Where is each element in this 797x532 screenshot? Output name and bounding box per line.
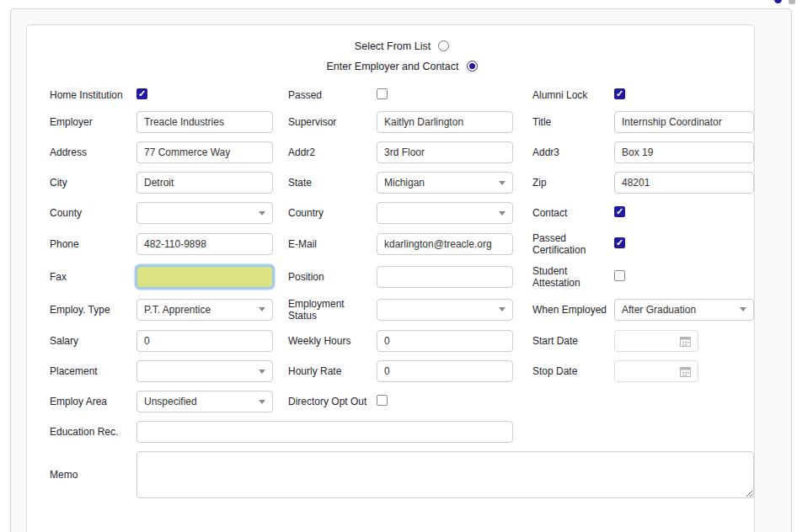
position-input[interactable] [377, 266, 513, 288]
placement-label: Placement [50, 365, 136, 377]
salary-label: Salary [50, 335, 136, 347]
supervisor-input[interactable] [377, 111, 513, 133]
employ-type-select[interactable]: P.T. Apprentice [136, 299, 273, 321]
employ-type-select-value: P.T. Apprentice [144, 304, 211, 316]
email-label: E-Mail [288, 238, 377, 250]
radio-label: Enter Employer and Contact [326, 61, 458, 72]
city-input[interactable] [136, 172, 273, 194]
alumni-lock-label: Alumni Lock [532, 89, 614, 101]
memo-textarea[interactable] [136, 451, 754, 498]
placement-select[interactable] [136, 360, 273, 382]
email-input[interactable] [377, 233, 513, 255]
start-date-label: Start Date [532, 335, 614, 347]
hourly-rate-input[interactable] [377, 360, 513, 382]
addr2-label: Addr2 [288, 146, 377, 158]
student-attestation-checkbox[interactable] [614, 270, 625, 281]
county-select[interactable] [136, 202, 273, 224]
state-select[interactable]: Michigan [377, 172, 513, 194]
employment-status-label: Employment Status [288, 298, 377, 322]
calendar-icon [680, 336, 691, 347]
employer-label: Employer [50, 116, 136, 128]
address-label: Address [50, 146, 136, 158]
addr2-input[interactable] [377, 141, 513, 163]
salary-input[interactable] [136, 330, 273, 352]
zip-label: Zip [532, 177, 614, 189]
phone-input[interactable] [136, 233, 273, 255]
stop-date-label: Stop Date [532, 365, 614, 377]
directory-opt-out-label: Directory Opt Out [288, 396, 377, 407]
home-institution-label: Home Institution [50, 89, 136, 101]
select-from-list-radio[interactable] [438, 40, 449, 51]
directory-opt-out-checkbox[interactable] [377, 395, 388, 406]
zip-input[interactable] [614, 172, 754, 194]
supervisor-label: Supervisor [288, 116, 377, 128]
stop-date-input[interactable] [614, 360, 698, 382]
memo-label: Memo [50, 469, 136, 481]
state-label: State [288, 177, 377, 189]
employ-type-label: Employ. Type [50, 304, 136, 316]
weekly-hours-label: Weekly Hours [288, 335, 377, 347]
start-date-input[interactable] [614, 330, 698, 352]
alumni-lock-checkbox[interactable] [614, 88, 625, 99]
addr3-input[interactable] [614, 141, 754, 163]
employ-area-label: Employ Area [50, 396, 136, 407]
when-employed-label: When Employed [532, 304, 614, 316]
weekly-hours-input[interactable] [377, 330, 513, 352]
chevron-down-icon [740, 307, 746, 311]
chevron-down-icon [499, 211, 505, 215]
chevron-down-icon [259, 211, 265, 215]
employ-area-select[interactable]: Unspecified [136, 391, 273, 412]
chevron-down-icon [259, 307, 265, 311]
chevron-down-icon [259, 370, 265, 374]
title-input[interactable] [614, 111, 754, 133]
hourly-rate-label: Hourly Rate [288, 365, 377, 377]
chevron-down-icon [499, 181, 505, 185]
passed-checkbox[interactable] [377, 88, 388, 99]
employ-area-select-value: Unspecified [144, 396, 197, 407]
position-label: Position [288, 271, 377, 283]
form-grid: Home Institution Passed Alumni Lock Empl… [50, 88, 754, 498]
country-label: Country [288, 207, 377, 219]
chevron-down-icon [499, 307, 505, 311]
radio-label: Select From List [355, 40, 431, 52]
education-rec-label: Education Rec. [50, 426, 136, 438]
chevron-down-icon [259, 400, 265, 404]
mode-option-select-from-list: Select From List [50, 37, 754, 55]
phone-label: Phone [50, 238, 136, 250]
city-label: City [50, 177, 136, 189]
home-institution-checkbox[interactable] [136, 88, 147, 99]
state-select-value: Michigan [384, 177, 425, 189]
fax-label: Fax [50, 271, 136, 283]
addr3-label: Addr3 [532, 146, 614, 158]
calendar-icon [680, 366, 691, 377]
title-label: Title [532, 116, 614, 128]
passed-certification-checkbox[interactable] [614, 237, 625, 248]
mode-option-enter-employer: Enter Employer and Contact [50, 57, 754, 75]
partial-corner-icon [789, 0, 795, 4]
passed-certification-label: Passed Certification [532, 232, 614, 257]
address-input[interactable] [136, 141, 273, 163]
enter-employer-radio[interactable] [467, 61, 478, 72]
contact-checkbox[interactable] [614, 206, 625, 217]
student-attestation-label: Student Attestation [532, 265, 614, 290]
passed-label: Passed [288, 89, 377, 101]
education-rec-input[interactable] [136, 421, 513, 443]
country-select[interactable] [377, 202, 513, 224]
county-label: County [50, 207, 136, 219]
when-employed-select-value: After Graduation [622, 304, 696, 316]
form-card: Select From List Enter Employer and Cont… [26, 24, 755, 532]
fax-input[interactable] [136, 266, 273, 288]
outer-panel: Select From List Enter Employer and Cont… [10, 8, 792, 532]
employer-input[interactable] [136, 111, 273, 133]
contact-label: Contact [532, 207, 614, 219]
employment-status-select[interactable] [377, 299, 513, 321]
when-employed-select[interactable]: After Graduation [614, 299, 754, 321]
partial-corner-icon [774, 0, 782, 3]
